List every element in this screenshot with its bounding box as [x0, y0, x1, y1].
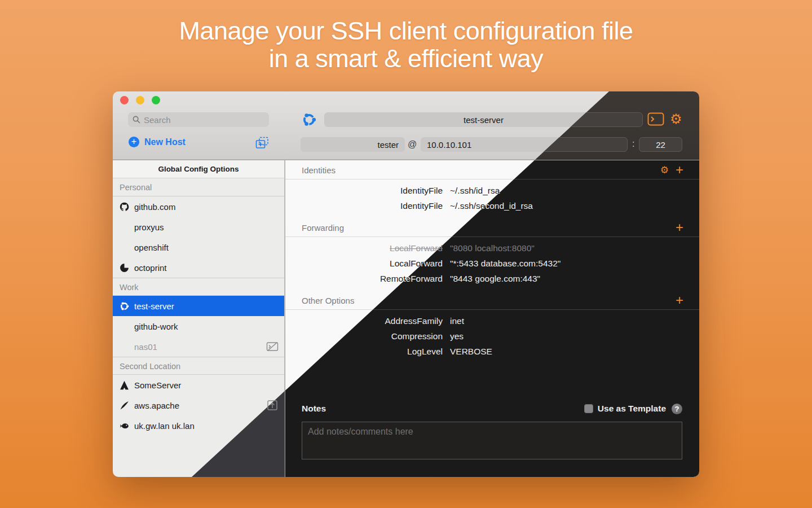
use-as-template-label: Use as Template [598, 404, 666, 414]
openbsd-puffer-icon [120, 421, 134, 431]
option-value: "8080 localhost:8080" [443, 243, 535, 253]
search-field-wrap [128, 112, 269, 127]
traffic-lights [120, 96, 160, 104]
sidebar-item-aws-apache[interactable]: aws.apache [113, 395, 284, 415]
sidebar-item-label: proxyus [134, 222, 164, 232]
sidebar-item-label: test-server [134, 301, 174, 311]
option-value: "*:5433 database.com:5432" [443, 259, 561, 269]
sidebar-item-label: octoprint [134, 263, 167, 273]
apache-feather-icon [120, 401, 134, 410]
identities-manage-icon[interactable]: ⚙ [660, 165, 669, 175]
no-icon [120, 243, 134, 252]
close-button[interactable] [120, 96, 129, 104]
notes-label: Notes [302, 404, 326, 414]
arch-linux-icon [120, 380, 134, 390]
add-group-icon[interactable] [255, 137, 269, 149]
sidebar-item-label: nas01 [134, 342, 157, 352]
search-icon [133, 116, 140, 124]
plus-circle-icon: + [129, 137, 139, 147]
no-icon [120, 342, 134, 352]
sidebar-section-second-location: Second Location [113, 357, 284, 375]
new-host-button[interactable]: + New Host [129, 137, 186, 147]
option-key: LocalForward [285, 259, 443, 269]
help-icon[interactable]: ? [672, 404, 682, 414]
open-terminal-button[interactable] [647, 112, 664, 126]
global-config-options-item[interactable]: Global Config Options [113, 160, 284, 178]
search-input[interactable] [128, 112, 269, 127]
section-title: Identities [302, 165, 336, 175]
option-key: IdentityFile [285, 201, 443, 211]
sidebar-item-github[interactable]: github.com [113, 196, 284, 217]
colon-separator: : [632, 139, 634, 149]
sidebar-item-someserver[interactable]: SomeServer [113, 375, 284, 395]
sidebar-section-personal: Personal [113, 178, 284, 196]
terminal-disabled-icon [266, 341, 279, 352]
sidebar-item-openshift[interactable]: openshift [113, 237, 284, 257]
toolbar-icons: ⚙ [647, 112, 682, 126]
section-title: Other Options [302, 296, 354, 305]
app-window-stack: + New Host ⚙ @ : Global Config Options [113, 91, 699, 477]
option-value: VERBOSE [443, 347, 492, 357]
option-key: LocalForward [285, 243, 443, 253]
sidebar-item-label: uk.gw.lan uk.lan [134, 421, 195, 431]
option-value: inet [443, 316, 464, 326]
sidebar-item-github-work[interactable]: github-work [113, 316, 284, 336]
sidebar-item-label: openshift [134, 243, 169, 252]
add-forwarding-button[interactable]: + [676, 222, 683, 233]
zoom-button[interactable] [152, 96, 160, 104]
option-value: ~/.ssh/id_rsa [443, 186, 500, 196]
hero-line-2: in a smart & efficient way [0, 45, 812, 72]
option-key: IdentityFile [285, 186, 443, 196]
sidebar-item-proxyus[interactable]: proxyus [113, 217, 284, 237]
sidebar-section-work: Work [113, 278, 284, 296]
section-title: Forwarding [302, 223, 344, 233]
use-as-template-checkbox[interactable] [584, 404, 593, 413]
no-icon [120, 222, 134, 232]
hero-line-1: Manage your SSH client configuration fil… [0, 17, 812, 45]
port-field[interactable] [639, 137, 682, 152]
sidebar-item-label: aws.apache [134, 401, 179, 410]
settings-button[interactable]: ⚙ [670, 112, 682, 126]
github-icon [120, 202, 134, 212]
hero-headline: Manage your SSH client configuration fil… [0, 17, 812, 72]
notes-textarea[interactable] [302, 422, 682, 459]
option-value: yes [443, 331, 464, 341]
add-identity-button[interactable]: + [676, 165, 683, 175]
sidebar-item-octoprint[interactable]: octoprint [113, 257, 284, 278]
user-field[interactable] [301, 137, 405, 152]
option-value: "8443 google.com:443" [443, 274, 540, 284]
sidebar-item-label: github-work [134, 322, 178, 331]
new-host-label: New Host [144, 137, 186, 147]
at-separator: @ [408, 139, 417, 150]
ubuntu-icon [120, 301, 134, 311]
notes-section: Notes Use as Template ? [302, 400, 682, 462]
sidebar-item-test-server[interactable]: test-server [113, 296, 284, 316]
ubuntu-icon [302, 112, 316, 127]
sidebar-item-label: github.com [134, 202, 175, 212]
no-icon [120, 322, 134, 331]
sidebar-item-nas01[interactable]: nas01 [113, 336, 284, 357]
option-row[interactable]: LogLevel VERBOSE [285, 344, 699, 359]
octoprint-icon [120, 263, 134, 273]
add-option-button[interactable]: + [676, 295, 683, 305]
sidebar-item-label: SomeServer [134, 380, 181, 390]
minimize-button[interactable] [136, 96, 144, 104]
